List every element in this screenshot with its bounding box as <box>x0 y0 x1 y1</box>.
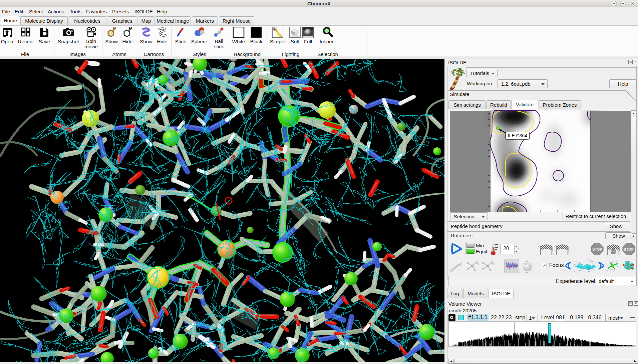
svg-text:STOP: STOP <box>592 247 602 251</box>
svg-text:ILE C364: ILE C364 <box>508 133 528 138</box>
svg-text:STOP: STOP <box>611 251 615 253</box>
svg-text:STOP: STOP <box>624 247 634 251</box>
